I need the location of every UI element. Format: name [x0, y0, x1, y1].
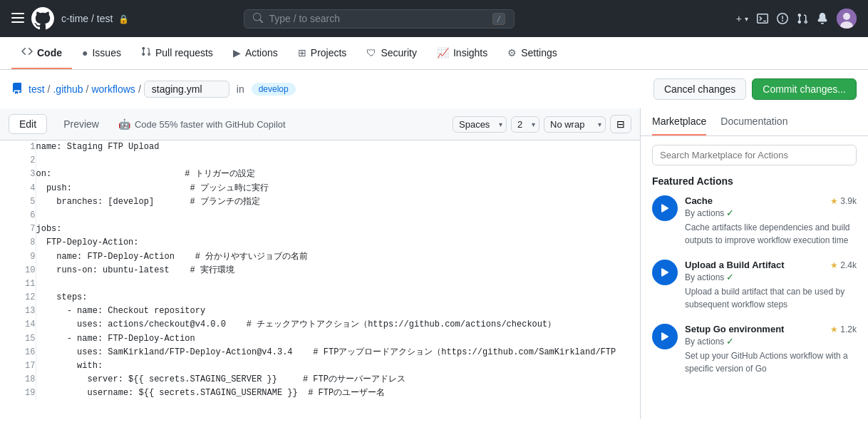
- nav-code-label: Code: [37, 47, 62, 58]
- marketplace-search-input[interactable]: [652, 145, 857, 165]
- line-content: - name: FTP-Deploy-Action: [36, 332, 640, 346]
- code-icon: [21, 46, 33, 59]
- line-number: 9: [0, 250, 36, 264]
- nav-insights-label: Insights: [453, 47, 487, 58]
- nav-pull-requests[interactable]: Pull requests: [131, 38, 223, 68]
- code-line: 1 name: Staging FTP Upload: [0, 140, 640, 154]
- nav-projects[interactable]: ⊞ Projects: [288, 39, 357, 68]
- expand-button[interactable]: ⊟: [610, 115, 631, 133]
- action-by: By actions ✓: [685, 208, 857, 218]
- action-star: ★ 1.2k: [830, 324, 857, 334]
- nav-projects-label: Projects: [311, 47, 347, 58]
- notifications-icon-btn[interactable]: [817, 13, 828, 24]
- indent-select[interactable]: 2 4 8: [511, 116, 539, 133]
- nav-insights[interactable]: 📈 Insights: [427, 39, 497, 68]
- line-number: 2: [0, 154, 36, 168]
- nav-pr-label: Pull requests: [155, 47, 213, 58]
- nav-security[interactable]: 🛡 Security: [356, 39, 427, 68]
- star-icon: ★: [830, 260, 838, 270]
- line-content: [36, 154, 640, 168]
- line-content: name: Staging FTP Upload: [36, 140, 640, 154]
- add-button[interactable]: + ▾: [736, 13, 748, 24]
- line-number: 16: [0, 346, 36, 359]
- user-avatar[interactable]: [837, 9, 857, 29]
- documentation-tab[interactable]: Documentation: [720, 108, 787, 135]
- filename-input[interactable]: [144, 81, 229, 98]
- breadcrumb-path1[interactable]: .github: [53, 83, 83, 95]
- action-info: Setup Go environment ★ 1.2k By actions ✓…: [685, 324, 857, 375]
- code-line: 10 runs-on: ubuntu-latest # 実行環境: [0, 264, 640, 277]
- line-number: 17: [0, 359, 36, 373]
- plus-icon: +: [736, 13, 742, 24]
- chevron-down-icon: ▾: [745, 15, 748, 23]
- wrap-select-wrapper[interactable]: No wrap Soft wrap: [544, 116, 606, 133]
- action-star: ★ 3.9k: [830, 196, 857, 206]
- action-star: ★ 2.4k: [830, 260, 857, 270]
- action-description: Set up your GitHub Actions workflow with…: [685, 349, 857, 375]
- breadcrumb-repo[interactable]: test: [29, 83, 45, 95]
- code-line: 17 with:: [0, 359, 640, 373]
- nav-security-label: Security: [381, 47, 417, 58]
- action-item[interactable]: Upload a Build Artifact ★ 2.4k By action…: [652, 260, 857, 311]
- search-icon: [253, 13, 263, 25]
- code-line: 6: [0, 209, 640, 222]
- copilot-icon: 🤖: [118, 118, 130, 130]
- top-nav: c-time / test 🔒 Type / to search / + ▾: [0, 0, 868, 37]
- repo-icon: [11, 83, 23, 96]
- search-bar[interactable]: Type / to search /: [244, 9, 515, 29]
- spaces-select[interactable]: Spaces Tabs: [453, 116, 507, 133]
- line-content: [36, 277, 640, 291]
- action-item[interactable]: Setup Go environment ★ 1.2k By actions ✓…: [652, 324, 857, 375]
- code-line: 5 branches: [develop] # ブランチの指定: [0, 195, 640, 209]
- action-name: Setup Go environment: [685, 324, 784, 334]
- code-editor[interactable]: 1 name: Staging FTP Upload 2 3 on: # トリガ…: [0, 140, 640, 419]
- indent-select-wrapper[interactable]: 2 4 8: [511, 116, 539, 133]
- line-number: 12: [0, 291, 36, 304]
- cancel-changes-button[interactable]: Cancel changes: [653, 78, 746, 100]
- repo-name-link[interactable]: test: [97, 13, 113, 24]
- spaces-select-wrapper[interactable]: Spaces Tabs: [453, 116, 507, 133]
- line-content: uses: SamKirkland/FTP-Deploy-Action@v4.3…: [36, 346, 640, 359]
- wrap-select[interactable]: No wrap Soft wrap: [544, 116, 606, 133]
- breadcrumb-path2[interactable]: workflows: [91, 83, 135, 95]
- line-number: 1: [0, 140, 36, 154]
- github-logo[interactable]: [31, 7, 54, 30]
- line-number: 8: [0, 236, 36, 250]
- breadcrumb-actions: Cancel changes Commit changes...: [653, 78, 857, 100]
- action-icon: [652, 324, 678, 349]
- line-content: runs-on: ubuntu-latest # 実行環境: [36, 264, 640, 277]
- line-content: name: FTP-Deploy-Action # 分かりやすいジョブの名前: [36, 250, 640, 264]
- action-item[interactable]: Cache ★ 3.9k By actions ✓ Cache artifact…: [652, 195, 857, 247]
- line-content: [36, 209, 640, 222]
- nav-settings[interactable]: ⚙ Settings: [497, 39, 567, 68]
- nav-code[interactable]: Code: [11, 37, 72, 69]
- line-number: 18: [0, 373, 36, 386]
- hamburger-menu[interactable]: [11, 13, 24, 24]
- repo-owner-link[interactable]: c-time: [61, 13, 88, 24]
- breadcrumb-sep3: /: [138, 83, 141, 95]
- line-number: 11: [0, 277, 36, 291]
- line-content: branches: [develop] # ブランチの指定: [36, 195, 640, 209]
- commit-changes-button[interactable]: Commit changes...: [752, 78, 857, 100]
- terminal-icon-btn[interactable]: [757, 13, 768, 24]
- line-number: 10: [0, 264, 36, 277]
- preview-tab[interactable]: Preview: [53, 114, 110, 134]
- marketplace-tab[interactable]: Marketplace: [652, 108, 706, 135]
- projects-icon: ⊞: [298, 47, 306, 58]
- nav-actions[interactable]: ▶ Actions: [223, 39, 288, 68]
- editor-main: Edit Preview 🤖 Code 55% faster with GitH…: [0, 108, 640, 419]
- code-line: 9 name: FTP-Deploy-Action # 分かりやすいジョブの名前: [0, 250, 640, 264]
- line-number: 7: [0, 222, 36, 236]
- copilot-text: Code 55% faster with GitHub Copilot: [135, 119, 286, 130]
- code-line: 8 FTP-Deploy-Action:: [0, 236, 640, 250]
- branch-badge[interactable]: develop: [252, 83, 296, 96]
- line-number: 4: [0, 182, 36, 195]
- line-content: - name: Checkout repository: [36, 304, 640, 318]
- nav-issues[interactable]: ● Issues: [72, 39, 131, 68]
- pullrequest-icon-btn[interactable]: [797, 13, 808, 24]
- edit-tab[interactable]: Edit: [9, 114, 47, 134]
- issues-icon-btn[interactable]: [777, 13, 788, 24]
- editor-toolbar: Edit Preview 🤖 Code 55% faster with GitH…: [0, 108, 640, 140]
- sidebar-content: Featured Actions Cache ★ 3.9k By actions…: [641, 136, 868, 419]
- action-header: Setup Go environment ★ 1.2k: [685, 324, 857, 334]
